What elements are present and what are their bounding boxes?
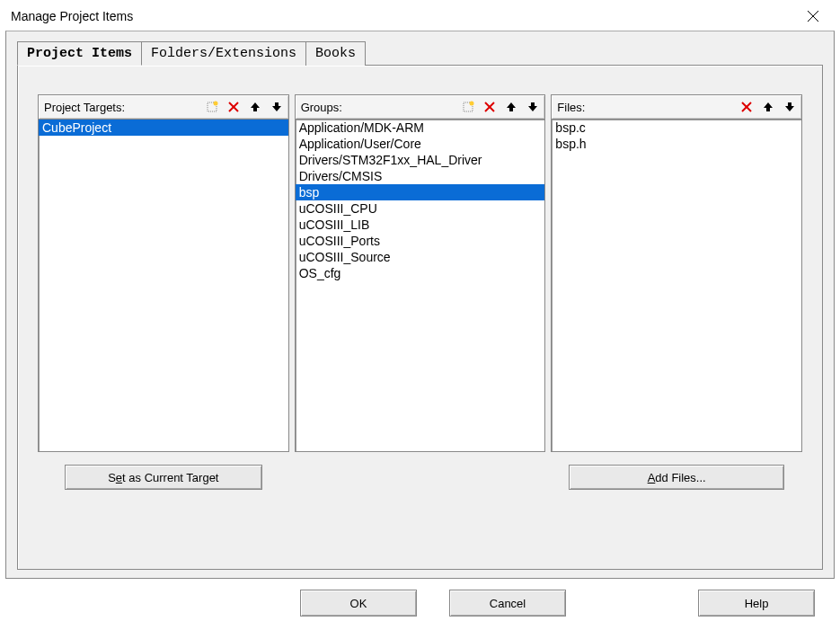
arrow-down-icon — [526, 100, 540, 114]
svg-line-4 — [229, 102, 238, 111]
targets-label: Project Targets: — [44, 101, 125, 114]
targets-header: Project Targets: — [38, 94, 289, 120]
btn-text-post: t as Current Target — [122, 471, 218, 484]
list-item[interactable]: Drivers/STM32F1xx_HAL_Driver — [296, 152, 545, 168]
files-move-down-button[interactable] — [780, 97, 800, 117]
new-icon — [461, 100, 475, 114]
groups-column: Groups: — [295, 94, 546, 492]
list-item[interactable]: uCOSIII_Source — [296, 249, 545, 265]
svg-line-5 — [229, 102, 238, 111]
arrow-down-icon — [270, 100, 284, 114]
files-listbox[interactable]: bsp.cbsp.h — [551, 120, 802, 452]
svg-line-1 — [808, 11, 818, 22]
svg-line-11 — [742, 102, 751, 111]
list-item[interactable]: OS_cfg — [296, 265, 545, 281]
list-item[interactable]: uCOSIII_LIB — [296, 217, 545, 233]
close-icon — [807, 10, 819, 22]
list-item[interactable]: Application/MDK-ARM — [296, 120, 545, 136]
arrow-up-icon — [504, 100, 518, 114]
svg-line-0 — [808, 11, 818, 22]
add-files-button[interactable]: Add Files... — [569, 465, 784, 490]
arrow-up-icon — [248, 100, 262, 114]
list-item[interactable]: bsp.h — [552, 136, 801, 152]
targets-move-down-button[interactable] — [267, 97, 287, 117]
groups-label: Groups: — [301, 101, 342, 114]
help-button[interactable]: Help — [698, 590, 815, 617]
cancel-button[interactable]: Cancel — [449, 590, 566, 617]
new-icon — [205, 100, 219, 114]
tab-content: Project Targets: — [17, 65, 823, 570]
targets-move-up-button[interactable] — [245, 97, 265, 117]
set-current-target-button[interactable]: Set as Current Target — [65, 465, 262, 490]
delete-icon — [226, 100, 241, 114]
titlebar: Manage Project Items — [0, 0, 840, 31]
dialog-panel: Project Items Folders/Extensions Books P… — [5, 31, 835, 579]
files-button-row: Add Files... — [551, 465, 802, 490]
targets-toolbar — [202, 97, 287, 117]
delete-icon — [482, 100, 497, 114]
groups-listbox[interactable]: Application/MDK-ARMApplication/User/Core… — [295, 120, 546, 452]
targets-button-row: Set as Current Target — [38, 465, 289, 490]
svg-point-7 — [470, 102, 474, 106]
list-item[interactable]: bsp — [296, 184, 545, 200]
targets-listbox[interactable]: CubeProject — [38, 120, 289, 452]
groups-toolbar — [458, 97, 543, 117]
targets-column: Project Targets: — [38, 94, 289, 492]
list-item[interactable]: uCOSIII_CPU — [296, 200, 545, 217]
arrow-up-icon — [761, 100, 775, 114]
delete-icon — [739, 100, 754, 114]
files-move-up-button[interactable] — [758, 97, 778, 117]
window-title: Manage Project Items — [11, 9, 133, 23]
files-header: Files: — [551, 94, 802, 120]
list-item[interactable]: Drivers/CMSIS — [296, 168, 545, 184]
list-item[interactable]: bsp.c — [552, 120, 801, 136]
arrow-down-icon — [783, 100, 797, 114]
tab-books[interactable]: Books — [305, 41, 366, 66]
files-column: Files: — [551, 94, 802, 492]
btn-text-u: e — [116, 471, 122, 484]
svg-line-9 — [485, 102, 494, 111]
files-toolbar — [737, 97, 800, 117]
list-item[interactable]: uCOSIII_Ports — [296, 233, 545, 249]
btn-text-pre: S — [108, 471, 116, 484]
files-delete-button[interactable] — [737, 97, 756, 117]
list-item[interactable]: CubeProject — [39, 120, 288, 136]
targets-delete-button[interactable] — [224, 97, 243, 117]
svg-point-3 — [213, 102, 217, 106]
groups-button-row — [295, 465, 546, 492]
list-item[interactable]: Application/User/Core — [296, 136, 545, 152]
columns: Project Targets: — [38, 94, 802, 492]
files-label: Files: — [557, 101, 585, 114]
svg-line-8 — [485, 102, 494, 111]
tab-bar: Project Items Folders/Extensions Books — [17, 41, 834, 66]
tab-folders-extensions[interactable]: Folders/Extensions — [141, 41, 306, 66]
targets-new-button[interactable] — [202, 97, 222, 117]
svg-rect-2 — [208, 102, 217, 111]
svg-line-10 — [742, 102, 751, 111]
bottom-button-bar: OK Cancel Help — [5, 583, 835, 623]
svg-rect-6 — [464, 102, 473, 111]
btn-text-post: dd Files... — [655, 471, 705, 484]
groups-new-button[interactable] — [458, 97, 478, 117]
tab-project-items[interactable]: Project Items — [17, 41, 142, 66]
groups-move-up-button[interactable] — [501, 97, 521, 117]
groups-move-down-button[interactable] — [523, 97, 543, 117]
groups-delete-button[interactable] — [480, 97, 500, 117]
ok-button[interactable]: OK — [300, 590, 417, 617]
close-button[interactable] — [795, 4, 831, 29]
groups-header: Groups: — [295, 94, 546, 120]
